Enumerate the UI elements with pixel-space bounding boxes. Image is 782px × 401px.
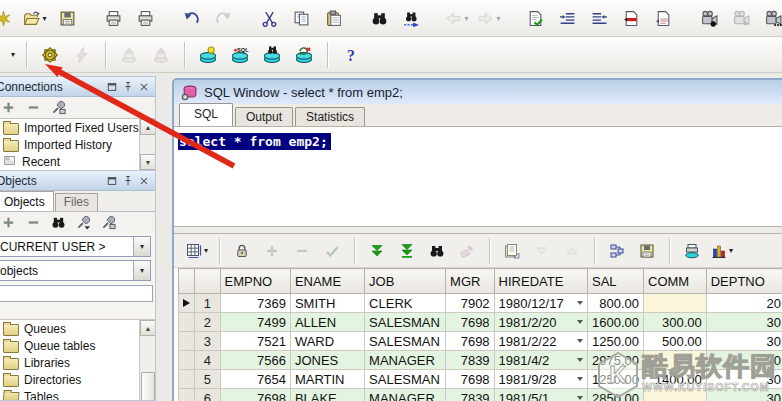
connections-panel-close-icon[interactable] [137,80,150,93]
export-results-button[interactable] [500,238,524,264]
execute-button[interactable] [38,42,62,68]
tree-item-queue-tables[interactable]: Queue tables [0,337,155,354]
cell-sal[interactable]: 800.00 [588,294,644,313]
table-row[interactable]: 37521WARDSALESMAN76981981/2/221250.00500… [179,332,782,351]
undo-button[interactable] [179,5,203,31]
lock-columns-button[interactable] [230,238,254,264]
sql-window-tab-statistics[interactable]: Statistics [295,107,365,126]
tree-item-directories[interactable]: Directories [0,371,155,388]
cell-ename[interactable]: ALLEN [290,313,364,332]
find-button[interactable] [367,5,391,31]
chevron-down-icon[interactable]: ▾ [204,246,208,255]
column-header-sal[interactable]: SAL [588,269,644,294]
cell-ename[interactable]: MARTIN [290,370,364,389]
grid-options-button[interactable]: ▾ [185,238,209,264]
find-database-objects-button[interactable] [260,42,284,68]
macro-library-button[interactable] [761,5,782,31]
configure-connections-button[interactable] [50,100,66,116]
sql-monitor-button[interactable]: SQL [228,42,252,68]
cell-hiredate[interactable]: 1981/2/20 [494,313,587,332]
sql-window-tab-sql[interactable]: SQL [179,103,233,126]
scroll-down-icon[interactable]: ▼ [140,154,155,170]
session-mode-button[interactable]: ▾ [0,42,15,68]
cell-job[interactable]: MANAGER [365,351,446,370]
schema-combo[interactable]: CURRENT USER > ▾ [0,236,151,257]
chart-button[interactable]: ▾ [710,238,734,264]
find-object-button[interactable] [50,215,66,231]
syntax-check-button[interactable] [523,5,547,31]
browser-filter-combo[interactable]: objects ▾ [0,260,151,281]
cell-ename[interactable]: JONES [290,351,364,370]
chevron-down-icon[interactable]: ▾ [464,14,468,23]
cell-deptno[interactable]: 30 [706,389,782,401]
cell-ename[interactable]: BLAKE [290,389,364,401]
cell-empno[interactable]: 7654 [220,370,290,389]
cut-button[interactable] [257,5,281,31]
filter-objects-button[interactable] [75,215,91,231]
cell-empno[interactable]: 7566 [220,351,290,370]
help-button[interactable]: ? [339,42,363,68]
indent-button[interactable] [555,5,579,31]
connection-info-button[interactable] [196,42,220,68]
cell-mgr[interactable]: 7698 [446,313,495,332]
column-header-comm[interactable]: COMM [644,269,707,294]
cell-deptno[interactable]: 20 [706,294,782,313]
cell-deptno[interactable]: 30 [706,332,782,351]
column-header-mgr[interactable]: MGR [446,269,495,294]
cell-job[interactable]: SALESMAN [365,332,446,351]
cell-job[interactable]: MANAGER [365,389,446,401]
table-row[interactable]: 47566JONESMANAGER78391981/4/22975.0020 [179,351,782,370]
column-header-empno[interactable]: EMPNO [220,269,290,294]
tree-item-imported-history[interactable]: Imported History [0,136,155,153]
single-record-view-button[interactable] [605,238,629,264]
open-file-button[interactable]: ▾ [23,5,47,31]
column-header-ename[interactable]: ENAME [290,269,364,294]
save-button[interactable] [55,5,79,31]
column-header-deptno[interactable]: DEPTNO [706,269,782,294]
cell-comm[interactable]: 500.00 [644,332,707,351]
cell-sal[interactable]: 1250.00 [588,370,644,389]
cell-job[interactable]: CLERK [365,294,446,313]
cell-mgr[interactable]: 7839 [446,389,495,401]
scroll-up-icon[interactable]: ▲ [140,119,155,135]
cell-hiredate[interactable]: 1981/2/22 [494,332,587,351]
fetch-next-page-button[interactable] [365,238,389,264]
column-header-job[interactable]: JOB [365,269,446,294]
tree-item-imported-fixed-users[interactable]: Imported Fixed Users [0,119,155,136]
tree-item-libraries[interactable]: Libraries [0,354,155,371]
tree-item-tables[interactable]: Tables [0,388,155,400]
print-results-button[interactable] [680,238,704,264]
cell-hiredate[interactable]: 1981/5/1 [494,389,587,401]
sql-selected-text[interactable]: select * from emp2; [178,133,331,150]
selection-uncomment-button[interactable] [651,5,675,31]
add-connection-button[interactable] [0,100,16,116]
table-row[interactable]: 67698BLAKEMANAGER78391981/5/12850.0030 [179,389,782,401]
cell-deptno[interactable]: 20 [706,351,782,370]
objects-panel-tab-files[interactable]: Files [55,193,98,211]
find-next-button[interactable] [399,5,423,31]
editor-result-splitter[interactable] [174,226,782,234]
copy-button[interactable] [289,5,313,31]
find-in-grid-button[interactable] [425,238,449,264]
chevron-down-icon[interactable]: ▾ [496,14,500,23]
scrollbar[interactable]: ▲ [139,320,155,400]
sql-window-titlebar[interactable]: SQL Window - select * from emp2; [174,80,782,104]
new-document-button[interactable] [0,5,15,31]
cell-comm[interactable]: 300.00 [644,313,707,332]
scrollbar[interactable]: ▲▼ [139,119,155,170]
cell-ename[interactable]: WARD [290,332,364,351]
selection-comment-button[interactable] [619,5,643,31]
print-button[interactable] [101,5,125,31]
paste-button[interactable] [321,5,345,31]
cell-mgr[interactable]: 7839 [446,351,495,370]
cell-deptno[interactable]: 30 [706,313,782,332]
collapse-object-button[interactable] [25,215,41,231]
save-results-button[interactable] [635,238,659,264]
cell-mgr[interactable]: 7902 [446,294,495,313]
expand-object-button[interactable] [0,215,16,231]
cell-job[interactable]: SALESMAN [365,370,446,389]
cell-empno[interactable]: 7369 [220,294,290,313]
tree-item-recent[interactable]: Recent [0,153,155,170]
objects-panel-tab-objects[interactable]: Objects [0,191,54,211]
chevron-down-icon[interactable]: ▾ [11,50,15,59]
